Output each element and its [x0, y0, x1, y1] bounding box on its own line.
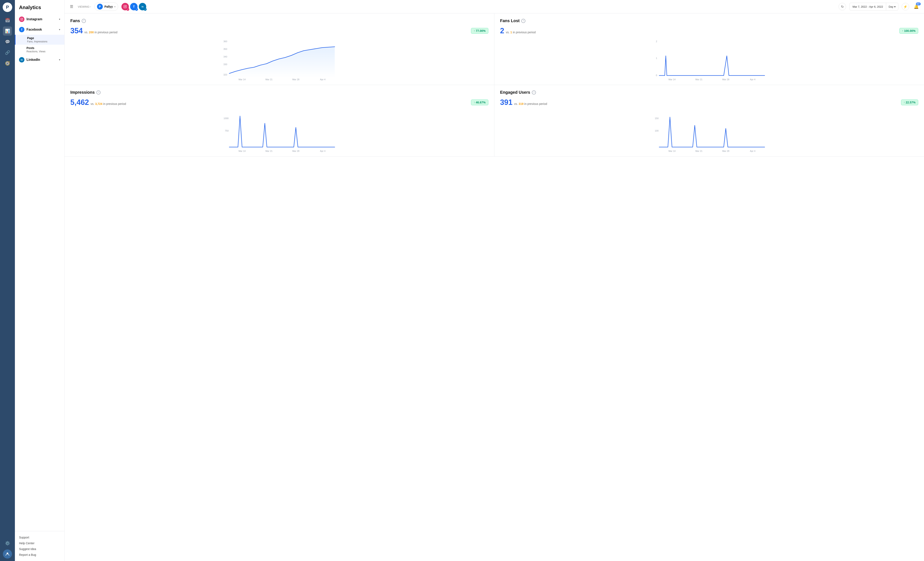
impressions-badge-value: 46.67%: [476, 101, 486, 104]
nav-platform-facebook[interactable]: f Facebook ▾: [15, 24, 64, 35]
svg-text:Apr 4: Apr 4: [320, 78, 326, 81]
fans-lost-badge-value: 100.00%: [904, 29, 915, 33]
account-selector[interactable]: P Pallyy ▾: [94, 3, 118, 11]
nav-icon-chart[interactable]: 📊: [3, 27, 12, 36]
platform-avatar-linkedin[interactable]: in ✓: [139, 3, 146, 10]
nav-icon-link[interactable]: 🔗: [3, 48, 12, 57]
nav-platform-instagram[interactable]: Instagram ▾: [15, 14, 64, 24]
nav-sub-page[interactable]: Page Fans, Impressions: [15, 35, 64, 45]
svg-text:Apr 4: Apr 4: [750, 78, 755, 81]
platform-avatar-instagram[interactable]: ✓: [122, 3, 129, 10]
svg-text:Mar 14: Mar 14: [668, 150, 675, 152]
account-name: Pallyy: [105, 5, 113, 8]
svg-point-5: [125, 6, 126, 7]
svg-text:1000: 1000: [224, 117, 229, 120]
suggest-idea-link[interactable]: Suggest Idea: [19, 546, 60, 552]
svg-text:2: 2: [656, 40, 657, 43]
svg-text:150: 150: [655, 117, 658, 120]
platform-avatar-facebook[interactable]: f ✓: [130, 3, 138, 10]
nav-section: Instagram ▾ f Facebook ▾ Page Fans, Impr…: [15, 14, 64, 531]
svg-text:1: 1: [656, 57, 657, 59]
fans-up-arrow: ↑: [474, 29, 475, 32]
engaged-users-info-icon[interactable]: ?: [532, 90, 536, 94]
engaged-users-big-number: 391: [500, 98, 513, 107]
nav-icon-message[interactable]: 💬: [3, 37, 12, 46]
dashboard: Fans ? 354 vs. 200 in previous period ↑ …: [64, 14, 924, 561]
refresh-button[interactable]: ↻: [838, 3, 846, 10]
instagram-label: Instagram: [27, 17, 42, 21]
metric-card-impressions: Impressions ? 5,462 vs. 3,724 in previou…: [64, 85, 494, 157]
nav-icon-compass[interactable]: 🧭: [3, 59, 12, 68]
fans-value-row: 354 vs. 200 in previous period ↑ 77.00%: [70, 27, 488, 35]
svg-text:Apr 4: Apr 4: [320, 150, 326, 152]
nav-platform-linkedin[interactable]: in LinkedIn ▾: [15, 55, 64, 65]
support-link[interactable]: Support: [19, 534, 60, 540]
report-bug-link[interactable]: Report a Bug: [19, 552, 60, 558]
fans-badge-value: 77.00%: [476, 29, 486, 33]
svg-point-3: [22, 18, 22, 19]
svg-text:Mar 14: Mar 14: [668, 78, 675, 81]
fans-lost-chart: 2 1 0 Mar 14 Mar 21 Mar 28 Apr 4: [500, 39, 918, 81]
impressions-value-row: 5,462 vs. 3,724 in previous period ↑ 46.…: [70, 98, 488, 107]
impressions-title: Impressions: [70, 90, 95, 95]
engaged-users-title: Engaged Users: [500, 90, 530, 95]
nav-sub-posts[interactable]: Posts Reactions, Views: [15, 45, 64, 55]
fans-header: Fans ?: [70, 18, 488, 23]
date-range-text: Mar 7, 2022 - Apr 6, 2022: [849, 4, 886, 10]
fans-lost-header: Fans Lost ?: [500, 18, 918, 23]
left-panel: Analytics Instagram ▾ f Facebook ▾ Page: [15, 0, 64, 561]
engaged-users-value-row: 391 vs. 319 in previous period ↑ 22.57%: [500, 98, 918, 107]
metrics-grid: Fans ? 354 vs. 200 in previous period ↑ …: [64, 14, 924, 157]
svg-text:Mar 28: Mar 28: [292, 150, 299, 152]
impressions-up-arrow: ↑: [474, 101, 475, 104]
notification-badge: 50+: [916, 3, 921, 5]
svg-text:750: 750: [225, 129, 229, 132]
app-logo[interactable]: P: [3, 3, 12, 12]
logo-letter: P: [6, 4, 9, 10]
date-range-selector[interactable]: Mar 7, 2022 - Apr 6, 2022 Day ▾: [849, 3, 898, 10]
nav-sub-page-desc: Fans, Impressions: [27, 40, 60, 43]
notification-button[interactable]: 🔔 50+: [912, 3, 920, 10]
impressions-info-icon[interactable]: ?: [96, 90, 100, 94]
nav-icon-calendar[interactable]: 📅: [3, 16, 12, 25]
svg-text:Mar 21: Mar 21: [266, 150, 272, 152]
viewing-arrow: ›: [90, 6, 91, 8]
svg-text:330: 330: [224, 63, 227, 66]
left-panel-bottom: Support Help Center Suggest Idea Report …: [15, 531, 64, 561]
day-selector[interactable]: Day ▾: [886, 4, 898, 10]
fans-lost-info-icon[interactable]: ?: [521, 19, 525, 23]
impressions-comparison: vs. 3,724 in previous period: [91, 102, 126, 105]
svg-text:360: 360: [224, 40, 227, 43]
platform-avatars: ✓ f ✓ in ✓: [122, 3, 146, 10]
main-content: ☰ VIEWING › P Pallyy ▾ ✓ f ✓ in ✓: [64, 0, 924, 561]
page-title: Analytics: [15, 0, 64, 14]
linkedin-platform-icon: in: [19, 57, 24, 63]
impressions-badge: ↑ 46.67%: [471, 99, 488, 105]
fans-lost-comparison: vs. 1 in previous period: [506, 31, 536, 34]
svg-text:100: 100: [655, 129, 658, 132]
impressions-header: Impressions ?: [70, 90, 488, 95]
svg-rect-1: [21, 18, 23, 21]
instagram-platform-icon: [19, 16, 24, 22]
linkedin-label: LinkedIn: [27, 58, 40, 62]
fans-info-icon[interactable]: ?: [82, 19, 86, 23]
topbar: ☰ VIEWING › P Pallyy ▾ ✓ f ✓ in ✓: [64, 0, 924, 14]
fans-title: Fans: [70, 18, 80, 23]
svg-text:Mar 28: Mar 28: [722, 78, 729, 81]
engaged-users-comparison: vs. 319 in previous period: [514, 102, 548, 105]
hamburger-button[interactable]: ☰: [69, 3, 75, 10]
fans-comparison: vs. 200 in previous period: [84, 31, 117, 34]
svg-text:Mar 21: Mar 21: [266, 78, 272, 81]
help-center-link[interactable]: Help Center: [19, 540, 60, 546]
user-avatar[interactable]: [3, 549, 12, 558]
day-chevron-icon: ▾: [894, 5, 896, 8]
metric-card-fans: Fans ? 354 vs. 200 in previous period ↑ …: [64, 14, 494, 85]
svg-text:Apr 4: Apr 4: [750, 150, 755, 152]
nav-icon-settings[interactable]: ⚙️: [3, 538, 12, 548]
svg-text:0: 0: [656, 74, 657, 76]
engaged-users-badge: ↑ 22.57%: [901, 99, 918, 105]
nav-sub-page-title: Page: [27, 36, 60, 40]
facebook-label: Facebook: [27, 28, 42, 32]
linkedin-chevron: ▾: [59, 58, 60, 61]
lightning-button[interactable]: ⚡: [902, 3, 909, 10]
